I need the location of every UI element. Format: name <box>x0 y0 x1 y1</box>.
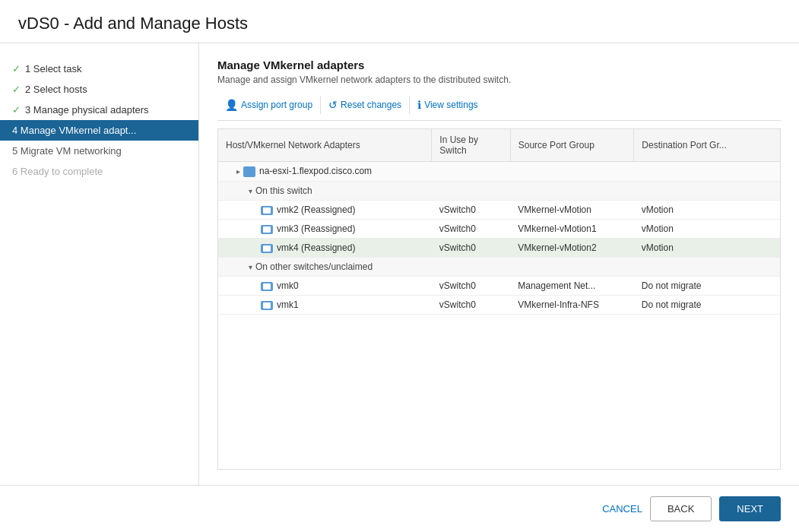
vmkernel-table: Host/VMkernel Network Adapters In Use by… <box>218 129 780 315</box>
back-button[interactable]: BACK <box>650 496 712 521</box>
table-row[interactable]: vmk2 (Reassigned) vSwitch0 VMkernel-vMot… <box>218 200 780 219</box>
info-icon: ℹ <box>417 99 421 111</box>
table-header-row: Host/VMkernel Network Adapters In Use by… <box>218 129 780 162</box>
assign-label: Assign port group <box>241 100 312 110</box>
table-body: ▸na-esxi-1.flexpod.cisco.com▾On this swi… <box>218 162 780 315</box>
col-header-source: Source Port Group <box>510 129 634 162</box>
view-label: View settings <box>424 100 477 110</box>
table-row[interactable]: vmk4 (Reassigned) vSwitch0 VMkernel-vMot… <box>218 238 780 257</box>
sidebar-item-step4[interactable]: 4 Manage VMkernel adapt... <box>0 120 198 141</box>
table-row: ▾On this switch <box>218 181 780 200</box>
section-title: Manage VMkernel adapters <box>217 59 781 71</box>
triangle-icon: ▾ <box>249 187 252 195</box>
assign-icon: 👤 <box>225 99 238 111</box>
sidebar-item-step1[interactable]: ✓ 1 Select task <box>0 59 198 79</box>
vmk-icon <box>261 244 273 253</box>
cancel-button[interactable]: CANCEL <box>602 496 642 521</box>
reset-changes-button[interactable]: ↺ Reset changes <box>321 96 410 114</box>
sidebar-item-label-5: 5 Migrate VM networking <box>12 145 122 157</box>
view-settings-button[interactable]: ℹ View settings <box>410 96 485 114</box>
table-row[interactable]: vmk0 vSwitch0 Management Net... Do not m… <box>218 276 780 295</box>
checkmark-icon-3: ✓ <box>12 104 21 116</box>
vmk-icon <box>261 225 273 234</box>
sidebar-item-step6: 6 Ready to complete <box>0 161 198 182</box>
table-row: ▾On other switches/unclaimed <box>218 257 780 276</box>
triangle-icon: ▸ <box>236 167 240 176</box>
main-content: Manage VMkernel adapters Manage and assi… <box>199 43 799 485</box>
sidebar-item-step2[interactable]: ✓ 2 Select hosts <box>0 79 198 100</box>
sidebar-item-label-2: 2 Select hosts <box>25 84 87 95</box>
next-button[interactable]: NEXT <box>719 496 781 521</box>
sidebar-item-label-6: 6 Ready to complete <box>12 166 103 177</box>
reset-label: Reset changes <box>341 100 401 110</box>
dialog-title: vDS0 - Add and Manage Hosts <box>18 14 781 33</box>
dialog-header: vDS0 - Add and Manage Hosts <box>0 0 799 43</box>
col-header-dest: Destination Port Gr... <box>634 129 780 162</box>
col-header-adapter: Host/VMkernel Network Adapters <box>218 129 432 162</box>
sidebar-item-step5[interactable]: 5 Migrate VM networking <box>0 141 198 161</box>
sidebar-item-label-1: 1 Select task <box>25 63 81 74</box>
section-desc: Manage and assign VMkernel network adapt… <box>217 74 781 85</box>
table-container: Host/VMkernel Network Adapters In Use by… <box>217 128 781 470</box>
vmk-icon <box>261 282 273 291</box>
table-row[interactable]: vmk3 (Reassigned) vSwitch0 VMkernel-vMot… <box>218 219 780 238</box>
table-row[interactable]: vmk1 vSwitch0 VMkernel-Infra-NFS Do not … <box>218 295 780 314</box>
sidebar-item-label-3: 3 Manage physical adapters <box>25 104 149 116</box>
dialog-footer: CANCEL BACK NEXT <box>0 485 799 532</box>
host-icon <box>243 166 255 177</box>
toolbar: 👤 Assign port group ↺ Reset changes ℹ Vi… <box>217 96 781 121</box>
checkmark-icon-2: ✓ <box>12 84 21 95</box>
assign-port-group-button[interactable]: 👤 Assign port group <box>217 96 321 114</box>
checkmark-icon-1: ✓ <box>12 63 21 74</box>
table-row: ▸na-esxi-1.flexpod.cisco.com <box>218 162 780 182</box>
dialog: vDS0 - Add and Manage Hosts ✓ 1 Select t… <box>0 0 799 532</box>
vmk-icon <box>261 206 273 215</box>
dialog-body: ✓ 1 Select task ✓ 2 Select hosts ✓ 3 Man… <box>0 43 799 485</box>
sidebar: ✓ 1 Select task ✓ 2 Select hosts ✓ 3 Man… <box>0 43 199 485</box>
col-header-inuse: In Use by Switch <box>432 129 510 162</box>
sidebar-item-step3[interactable]: ✓ 3 Manage physical adapters <box>0 100 198 120</box>
reset-icon: ↺ <box>328 99 338 111</box>
sidebar-item-label-4: 4 Manage VMkernel adapt... <box>12 125 136 136</box>
vmk-icon <box>261 301 273 310</box>
triangle-icon: ▾ <box>249 263 252 271</box>
